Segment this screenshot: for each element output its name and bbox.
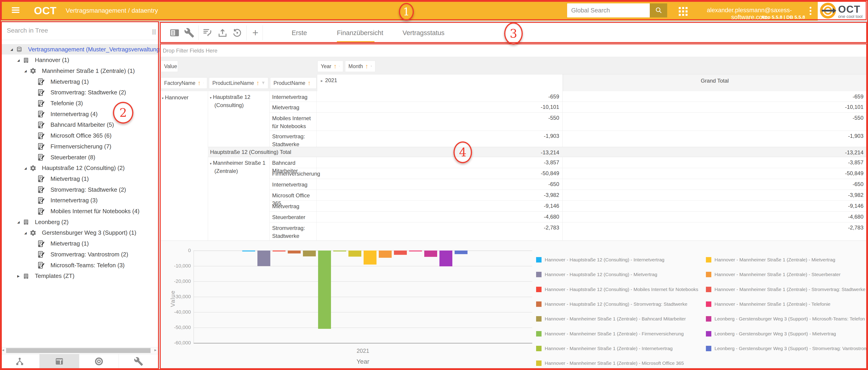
tree-item[interactable]: Mietvertrag (1) xyxy=(0,238,158,249)
bar-series-13[interactable] xyxy=(439,250,452,266)
expand-icon[interactable]: ◢ xyxy=(24,231,30,235)
sidebar-tab-eye[interactable] xyxy=(79,354,119,369)
factoryname-chip[interactable]: FactoryName ↑ xyxy=(161,77,207,89)
tree-item[interactable]: ◢Vertragsmanagement (Muster_Vertragsverw… xyxy=(0,44,158,55)
legend-item[interactable]: Hannover - Mannheimer Straße 1 (Zentrale… xyxy=(536,331,684,337)
pivot-row[interactable]: Firmenversicherung-50,849-50,849 xyxy=(160,168,867,179)
legend-item[interactable]: Hannover - Hauptstraße 12 (Consulting) -… xyxy=(536,301,687,307)
productname-chip[interactable]: ProductName ↑ xyxy=(270,77,316,89)
legend-item[interactable]: Hannover - Mannheimer Straße 1 (Zentrale… xyxy=(706,301,830,307)
tree-hscrollbar[interactable]: ◄ ► xyxy=(0,347,158,354)
report-icon[interactable] xyxy=(169,28,180,38)
tree-item[interactable]: Mobiles Internet für Notebooks (4) xyxy=(0,206,158,216)
sidebar-tab-hierarchy[interactable] xyxy=(0,354,40,369)
tree-item[interactable]: Internetvertrag (3) xyxy=(0,195,158,206)
kebab-menu-icon[interactable] xyxy=(810,7,812,15)
collapse-icon[interactable]: ▶ xyxy=(17,274,23,278)
tab-erste-schritte[interactable]: Erste Schritte xyxy=(282,23,316,43)
pivot-row[interactable]: Steuerberater-4,680-4,680 xyxy=(160,211,867,222)
pivot-row[interactable]: Mietvertrag-10,101-10,101 xyxy=(160,102,867,112)
sidebar-tab-wrench[interactable] xyxy=(119,354,158,369)
brand-logo[interactable]: OCT xyxy=(34,4,57,17)
pivot-row[interactable]: Microsoft Office 365-3,982-3,982 xyxy=(160,190,867,201)
tree-search-input[interactable] xyxy=(2,23,147,38)
pivot-row[interactable]: Stromvertrag: Stadtwerke-2,783-2,783 xyxy=(160,222,867,240)
pivot-row[interactable]: Bahncard Mitarbeiter-3,857-3,857 xyxy=(160,157,867,168)
productlinename-chip[interactable]: ProductLineName ↑ xyxy=(209,77,268,89)
search-button[interactable] xyxy=(650,3,667,18)
legend-item[interactable]: Hannover - Hauptstraße 12 (Consulting) -… xyxy=(536,257,664,263)
legend-item[interactable]: Leonberg - Gerstensburger Weg 3 (Support… xyxy=(706,346,868,351)
tree-item[interactable]: ◢Hauptstraße 12 (Consulting) (2) xyxy=(0,163,158,173)
tree-item[interactable]: Internetvertrag (4) xyxy=(0,109,158,119)
collapse-group-icon[interactable]: ▾ xyxy=(210,96,212,100)
reset-icon[interactable] xyxy=(232,28,243,38)
legend-item[interactable]: Hannover - Mannheimer Straße 1 (Zentrale… xyxy=(706,257,835,263)
filter-funnel-icon[interactable] xyxy=(203,81,204,85)
legend-item[interactable]: Hannover - Mannheimer Straße 1 (Zentrale… xyxy=(706,272,841,277)
bar-series-2[interactable] xyxy=(273,250,285,251)
pivot-row[interactable]: Stromvertrag: Stadtwerke-1,903-1,903 xyxy=(160,131,867,147)
bar-series-12[interactable] xyxy=(424,250,437,257)
row-group-productline-1[interactable]: ▾Hauptstraße 12 (Consulting) xyxy=(210,93,250,109)
pivot-row[interactable]: Mobiles Internet für Notebooks-550-550 xyxy=(160,112,867,131)
bar-series-14[interactable] xyxy=(455,250,467,254)
tree-item[interactable]: ▶Templates (ZT) xyxy=(0,271,158,281)
bar-series-8[interactable] xyxy=(364,250,376,265)
tree-item[interactable]: Telefonie (3) xyxy=(0,98,158,109)
bar-series-6[interactable] xyxy=(333,250,346,251)
add-icon[interactable]: + xyxy=(250,28,260,38)
bar-series-9[interactable] xyxy=(379,250,392,258)
tree-item[interactable]: ◢Leonberg (2) xyxy=(0,217,158,227)
legend-item[interactable]: Hannover - Mannheimer Straße 1 (Zentrale… xyxy=(536,316,686,322)
month-chip[interactable]: Month ↑ xyxy=(345,61,375,72)
expand-icon[interactable]: ◢ xyxy=(10,47,16,51)
tree-item[interactable]: Bahncard Mitarbeiter (5) xyxy=(0,120,158,130)
tree-item[interactable]: Stromvertrag: Vantrostrom (2) xyxy=(0,249,158,260)
scrollbar-thumb[interactable] xyxy=(6,348,151,353)
bar-series-0[interactable] xyxy=(242,250,255,251)
legend-item[interactable]: Hannover - Hauptstraße 12 (Consulting) -… xyxy=(536,272,657,277)
bar-series-1[interactable] xyxy=(257,250,270,266)
tree-item[interactable]: Mietvertrag (1) xyxy=(0,76,158,87)
legend-item[interactable]: Leonberg - Gerstensburger Weg 3 (Support… xyxy=(706,316,865,322)
expand-icon[interactable]: ◢ xyxy=(17,58,23,62)
legend-item[interactable]: Hannover - Hauptstraße 12 (Consulting) -… xyxy=(536,287,698,292)
bar-series-4[interactable] xyxy=(303,250,316,257)
global-search-input[interactable] xyxy=(567,3,650,18)
bar-series-3[interactable] xyxy=(288,250,301,254)
upload-icon[interactable] xyxy=(217,28,228,38)
pivot-row[interactable]: Mietvertrag-9,146-9,146 xyxy=(160,201,867,211)
expand-icon[interactable]: ◢ xyxy=(17,220,23,224)
scroll-left-icon[interactable]: ◄ xyxy=(1,348,5,352)
tree-item[interactable]: Microsoft Office 365 (6) xyxy=(0,131,158,141)
row-group-productline-2[interactable]: ▾Mannheimer Straße 1 (Zentrale) xyxy=(210,159,266,175)
tab-finanzuebersicht[interactable]: Finanzübersicht xyxy=(337,23,374,43)
bar-series-7[interactable] xyxy=(348,250,361,257)
row-group-factory[interactable]: ▾Hannover xyxy=(162,94,189,102)
tab-vertragsstatus[interactable]: Vertragsstatus xyxy=(403,23,440,43)
pivot-row[interactable]: Internetvertrag-659-659 xyxy=(160,91,867,102)
value-chip[interactable]: Value xyxy=(161,61,178,72)
tree-item[interactable]: ◢Gerstensburger Weg 3 (Support) (1) xyxy=(0,228,158,238)
legend-item[interactable]: Hannover - Mannheimer Straße 1 (Zentrale… xyxy=(536,361,684,366)
tree-item[interactable]: ◢Mannheimer Straße 1 (Zentrale) (1) xyxy=(0,66,158,76)
pivot-row[interactable]: Internetvertrag-650-650 xyxy=(160,179,867,190)
bar-series-10[interactable] xyxy=(394,250,407,255)
tree-item[interactable]: Steuerberater (8) xyxy=(0,152,158,163)
year-chip[interactable]: Year ↑ xyxy=(317,61,343,72)
apply-rows-icon[interactable] xyxy=(202,28,213,38)
filter-funnel-icon[interactable] xyxy=(339,64,340,68)
scroll-right-icon[interactable]: ► xyxy=(154,348,157,352)
tree-item[interactable]: Microsoft-Teams: Telefon (3) xyxy=(0,260,158,270)
expand-icon[interactable]: ◢ xyxy=(24,69,30,73)
sort-asc-icon[interactable]: ↑ xyxy=(334,63,337,70)
legend-item[interactable]: Leonberg - Gerstensburger Weg 3 (Support… xyxy=(706,331,836,337)
bar-series-11[interactable] xyxy=(409,250,422,251)
tree-item[interactable]: ◢Hannover (1) xyxy=(0,55,158,65)
filter-funnel-icon[interactable] xyxy=(371,64,372,68)
wrench-icon[interactable] xyxy=(184,28,194,38)
tree-item[interactable]: Mietvertrag (1) xyxy=(0,174,158,184)
splitter-handle[interactable]: || xyxy=(152,28,156,35)
menu-icon[interactable] xyxy=(12,7,20,13)
